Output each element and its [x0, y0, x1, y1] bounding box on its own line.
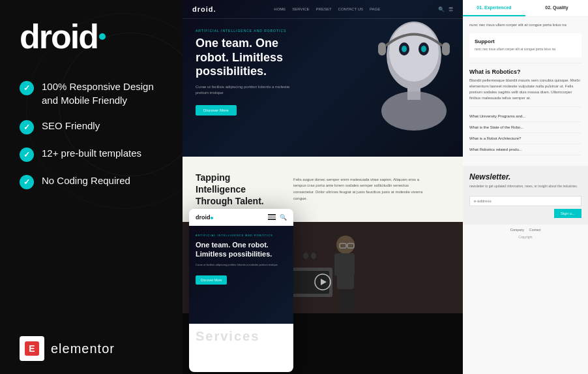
footer-link-company[interactable]: Company: [510, 228, 524, 232]
footer-link-contact[interactable]: Contact: [529, 228, 540, 232]
hero-text-content: ARTIFICIAL INTELLIGENCE AND ROBOTICS One…: [183, 19, 326, 125]
logo-dot: [99, 33, 106, 40]
bar-1: [268, 214, 276, 215]
footer-links: Company Contact: [463, 225, 588, 235]
support-section: Support nunc nec risus ullam corper elit…: [469, 33, 581, 57]
faq-item-1[interactable]: What University Programs and...: [469, 111, 581, 122]
mobile-logo-dot: [211, 217, 213, 219]
preview-nav-logo: droid.: [192, 5, 216, 13]
faq-item-2[interactable]: What is the State of the Robo...: [469, 122, 581, 133]
svg-point-31: [311, 253, 316, 259]
svg-point-30: [303, 253, 308, 259]
bar-3: [268, 219, 276, 220]
nav-link-home: HOME: [274, 7, 286, 11]
mobile-nav-icons: 🔍: [268, 214, 287, 221]
newsletter-email-input[interactable]: [469, 196, 581, 206]
faq-label-2: What is the State of the Robo...: [469, 125, 523, 129]
preview-hero: droid. HOME SERVICE PRESET CONTACT US PA…: [183, 0, 463, 157]
svg-rect-20: [348, 253, 355, 276]
elementor-badge: E elementor: [20, 336, 163, 361]
support-text: nunc nec risus ullam corper elit at cong…: [475, 47, 576, 52]
svg-rect-7: [442, 42, 450, 55]
tab-content-text: nunc nec risus ullam corper elit at cong…: [469, 22, 581, 28]
tab-experienced-label: 01. Experienced: [477, 5, 511, 10]
newsletter-signup-button[interactable]: Sign u...: [554, 209, 581, 218]
hero-subtitle: ARTIFICIAL INTELLIGENCE AND ROBOTICS: [196, 29, 313, 33]
divider-1: [469, 63, 581, 63]
mobile-logo: droid: [196, 214, 213, 221]
svg-rect-19: [334, 253, 341, 276]
check-icon-4: [20, 175, 34, 189]
mobile-services-section: Services: [189, 324, 293, 363]
elementor-text: elementor: [51, 341, 115, 356]
newsletter-title: Newsletter.: [469, 172, 581, 181]
faq-label-1: What University Programs and...: [469, 114, 525, 118]
robotics-heading: What is Robotics?: [469, 69, 581, 75]
brand-logo: droid: [20, 20, 106, 54]
svg-point-9: [381, 91, 447, 131]
mobile-headline: One team. One robot. Limitless possibili…: [196, 240, 287, 259]
mobile-body: Curae ut facilisis adipiscing porttitor …: [196, 263, 287, 267]
robot-image-area: [368, 10, 460, 140]
mobile-cta-button[interactable]: Discover More: [196, 275, 227, 285]
search-icon-mobile: 🔍: [280, 214, 287, 221]
nav-link-service: SERVICE: [292, 7, 309, 11]
hero-cta-button[interactable]: Discover More: [196, 105, 237, 116]
nav-link-contact: CONTACT US: [338, 7, 363, 11]
tapping-title: Tapping Intelligence Through Talent.: [196, 172, 274, 208]
elementor-icon-inner: E: [25, 341, 39, 356]
tab-quality-label: 02. Quality: [545, 5, 568, 10]
svg-rect-21: [339, 289, 346, 313]
divider-2: [469, 106, 581, 107]
right-content: nunc nec risus ullam corper elit at cong…: [463, 17, 588, 161]
check-icon-3: [20, 148, 34, 162]
newsletter-section: Newsletter. newsletter to get updated in…: [463, 166, 588, 225]
svg-point-4: [402, 46, 407, 52]
mobile-subtitle: ARTIFICIAL INTELLIGENCE AND ROBOTICS: [196, 234, 287, 237]
robot-svg: [372, 10, 456, 140]
mobile-nav: droid 🔍: [189, 209, 293, 226]
tapping-body: Felis augue donec semper enim malesuada …: [293, 177, 424, 202]
logo-text-content: droid: [20, 18, 98, 55]
svg-point-1: [389, 23, 439, 82]
bar-2: [268, 217, 276, 218]
faq-item-3[interactable]: What is a Robot Architecture?: [469, 133, 581, 144]
svg-rect-6: [378, 42, 386, 55]
right-tabs: 01. Experienced 02. Quality: [463, 0, 588, 17]
tab-quality[interactable]: 02. Quality: [525, 0, 588, 16]
footer-copyright: Copyright: [463, 235, 588, 242]
faq-item-4[interactable]: What Robotics related produ...: [469, 144, 581, 155]
newsletter-subtitle: newsletter to get updated information, n…: [469, 184, 581, 188]
robotics-text: Blandit pellentesque blandit mauris sem …: [469, 78, 581, 101]
elementor-icon: E: [20, 336, 44, 361]
right-panel: 01. Experienced 02. Quality nunc nec ris…: [463, 0, 588, 374]
svg-point-5: [421, 46, 426, 52]
faq-label-4: What Robotics related produ...: [469, 148, 522, 151]
tab-experienced[interactable]: 01. Experienced: [463, 0, 525, 16]
hero-body: Curae ut facilisis adipiscing porttitor …: [196, 84, 300, 96]
mobile-hero-area: ARTIFICIAL INTELLIGENCE AND ROBOTICS One…: [189, 226, 293, 324]
mobile-preview: droid 🔍 ARTIFICIAL INTELLIGENCE AND ROBO…: [189, 209, 293, 372]
hero-flex: ARTIFICIAL INTELLIGENCE AND ROBOTICS One…: [183, 19, 463, 125]
support-title: Support: [475, 39, 576, 44]
svg-point-17: [336, 236, 355, 254]
left-panel: droid 100% Responsive Design and Mobile …: [0, 0, 183, 374]
hamburger-icon: [268, 214, 276, 221]
nav-link-preset: PRESET: [316, 7, 332, 11]
svg-rect-22: [347, 289, 355, 313]
hero-headline: One team. One robot. Limitless possibili…: [196, 37, 313, 79]
faq-label-3: What is a Robot Architecture?: [469, 136, 521, 140]
services-watermark: Services: [196, 329, 287, 344]
preview-nav-links: HOME SERVICE PRESET CONTACT US PAGE: [274, 7, 380, 11]
